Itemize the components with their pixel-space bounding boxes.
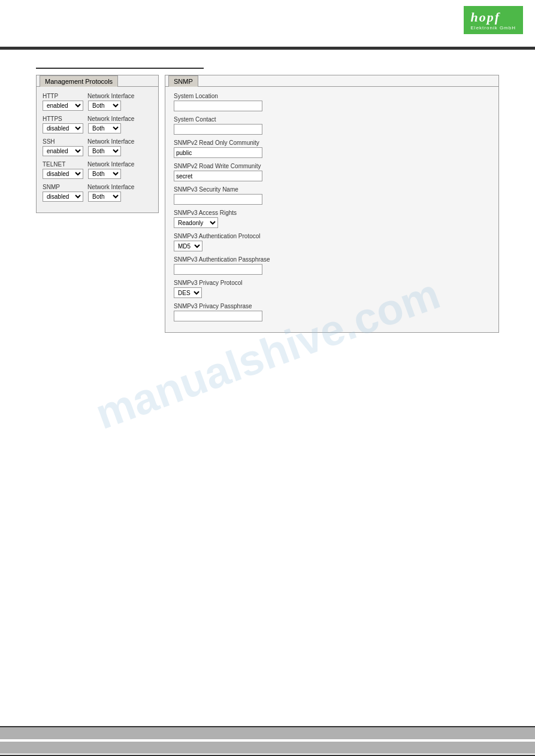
telnet-label: TELNET bbox=[43, 161, 87, 168]
snmpv3-auth-protocol-label: SNMPv3 Authentication Protocol bbox=[174, 233, 490, 239]
snmpv3-auth-passphrase-label: SNMPv3 Authentication Passphrase bbox=[174, 256, 490, 263]
snmpv3-access-rights-field: SNMPv3 Access Rights Readonly ReadWrite bbox=[174, 210, 490, 228]
snmpv2-read-community-field: SNMPv2 Read Only Community bbox=[174, 139, 490, 158]
snmpv3-privacy-passphrase-field: SNMPv3 Privacy Passphrase bbox=[174, 303, 490, 321]
https-status-select[interactable]: disabled enabled bbox=[43, 123, 83, 133]
management-protocols-content: HTTP Network Interface enabled disabled … bbox=[37, 86, 158, 212]
snmpv2-write-community-field: SNMPv2 Road Write Community bbox=[174, 163, 490, 181]
snmpv2-write-community-input[interactable] bbox=[174, 171, 262, 181]
snmpv3-privacy-passphrase-input[interactable] bbox=[174, 311, 262, 321]
system-location-field: System Location bbox=[174, 93, 490, 111]
snmp-protocol-label: SNMP bbox=[43, 184, 87, 190]
system-location-label: System Location bbox=[174, 93, 490, 99]
system-contact-input[interactable] bbox=[174, 124, 262, 135]
snmpv3-auth-passphrase-field: SNMPv3 Authentication Passphrase bbox=[174, 256, 490, 275]
https-network-label: Network Interface bbox=[87, 116, 134, 122]
footer-bar-1 bbox=[0, 727, 535, 739]
system-contact-label: System Contact bbox=[174, 116, 490, 123]
telnet-network-label: Network Interface bbox=[87, 161, 134, 168]
snmpv3-access-rights-label: SNMPv3 Access Rights bbox=[174, 210, 490, 216]
snmp-network-label: Network Interface bbox=[87, 184, 134, 190]
system-contact-field: System Contact bbox=[174, 116, 490, 135]
footer-bar-3 bbox=[0, 742, 535, 754]
http-label: HTTP bbox=[43, 93, 87, 99]
http-network-label: Network Interface bbox=[87, 93, 134, 99]
protocol-row-telnet: TELNET Network Interface disabled enable… bbox=[43, 161, 152, 179]
section-bar bbox=[36, 68, 204, 69]
telnet-network-select[interactable]: Both LAN1 LAN2 bbox=[88, 169, 121, 179]
logo-sub: Elektronik GmbH bbox=[471, 25, 516, 31]
ssh-status-select[interactable]: enabled disabled bbox=[43, 146, 83, 156]
telnet-status-select[interactable]: disabled enabled bbox=[43, 169, 83, 179]
left-panel: Management Protocols HTTP Network Interf… bbox=[36, 75, 159, 213]
protocol-row-ssh: SSH Network Interface enabled disabled B… bbox=[43, 138, 152, 156]
https-network-select[interactable]: Both LAN1 LAN2 bbox=[88, 123, 121, 133]
snmpv3-security-name-field: SNMPv3 Security Name bbox=[174, 186, 490, 205]
panels-container: Management Protocols HTTP Network Interf… bbox=[36, 75, 499, 333]
footer bbox=[0, 726, 535, 756]
logo-box: hopf Elektronik GmbH bbox=[464, 6, 523, 34]
snmpv3-security-name-input[interactable] bbox=[174, 194, 262, 205]
page-header: hopf Elektronik GmbH bbox=[0, 0, 535, 48]
snmpv2-read-community-input[interactable] bbox=[174, 147, 262, 158]
protocol-row-https: HTTPS Network Interface disabled enabled… bbox=[43, 116, 152, 133]
ssh-network-label: Network Interface bbox=[87, 138, 134, 145]
logo-area: hopf Elektronik GmbH bbox=[464, 6, 523, 34]
snmpv3-auth-passphrase-input[interactable] bbox=[174, 264, 262, 275]
https-label: HTTPS bbox=[43, 116, 87, 122]
snmpv2-read-community-label: SNMPv2 Read Only Community bbox=[174, 139, 490, 146]
management-protocols-tab[interactable]: Management Protocols bbox=[40, 75, 118, 87]
snmp-status-select[interactable]: disabled enabled bbox=[43, 192, 83, 202]
snmpv3-privacy-protocol-field: SNMPv3 Privacy Protocol DES AES bbox=[174, 280, 490, 298]
snmpv3-privacy-protocol-label: SNMPv3 Privacy Protocol bbox=[174, 280, 490, 286]
snmp-tab[interactable]: SNMP bbox=[168, 75, 198, 87]
system-location-input[interactable] bbox=[174, 101, 262, 111]
right-panel: SNMP System Location System Contact SNMP… bbox=[165, 75, 499, 333]
ssh-network-select[interactable]: Both LAN1 LAN2 bbox=[88, 146, 121, 156]
ssh-label: SSH bbox=[43, 138, 87, 145]
protocol-row-snmp: SNMP Network Interface disabled enabled … bbox=[43, 184, 152, 202]
http-network-select[interactable]: Both LAN1 LAN2 bbox=[88, 101, 121, 111]
protocol-row-http: HTTP Network Interface enabled disabled … bbox=[43, 93, 152, 111]
logo-text: hopf bbox=[471, 10, 516, 25]
snmp-content: System Location System Contact SNMPv2 Re… bbox=[165, 86, 498, 332]
snmpv3-privacy-protocol-select[interactable]: DES AES bbox=[174, 287, 202, 298]
http-status-select[interactable]: enabled disabled bbox=[43, 101, 83, 111]
main-content: Management Protocols HTTP Network Interf… bbox=[0, 50, 535, 345]
snmp-network-select[interactable]: Both LAN1 LAN2 bbox=[88, 192, 121, 202]
snmpv3-security-name-label: SNMPv3 Security Name bbox=[174, 186, 490, 193]
snmpv3-access-rights-select[interactable]: Readonly ReadWrite bbox=[174, 217, 218, 228]
snmpv3-auth-protocol-field: SNMPv3 Authentication Protocol MD5 SHA bbox=[174, 233, 490, 251]
snmpv3-auth-protocol-select[interactable]: MD5 SHA bbox=[174, 241, 202, 251]
snmpv3-privacy-passphrase-label: SNMPv3 Privacy Passphrase bbox=[174, 303, 490, 309]
snmpv2-write-community-label: SNMPv2 Road Write Community bbox=[174, 163, 490, 169]
